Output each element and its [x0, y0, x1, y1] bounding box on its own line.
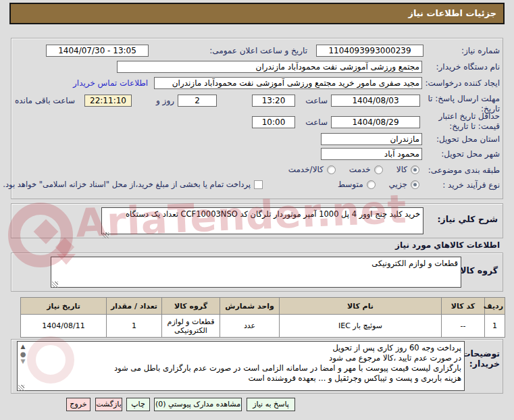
remaining-time-input[interactable]: [84, 95, 132, 107]
remaining-label: ساعت باقی مانده: [15, 96, 75, 105]
price-validity-label: حداقل تاریخ اعتبار قیمت: تا تاریخ:: [424, 111, 500, 132]
validity-date-input[interactable]: [331, 116, 420, 128]
col-item-code: کد کالا: [442, 298, 485, 315]
need-number-label: شماره نیاز:: [461, 46, 500, 55]
resize-grip-icon[interactable]: [52, 282, 58, 288]
cell-unit: عدد: [220, 315, 280, 338]
subject-class-label: طبقه بندی موضوعی:: [428, 165, 500, 175]
page-title: جزئیات اطلاعات نیاز: [9, 3, 505, 24]
col-quantity: تعداد / مقدار: [107, 298, 162, 315]
cell-item-code: --: [442, 315, 485, 338]
subject-option-goods[interactable]: کالا: [396, 165, 419, 174]
col-item-group: گروه کالا: [162, 298, 220, 315]
treasury-checkbox-row: پرداخت تمام یا بخشی از مبلغ خرید،از محل …: [3, 180, 263, 189]
cell-quantity: 1: [107, 315, 162, 338]
subject-option-goods-service[interactable]: کالا/خدمت: [288, 165, 336, 174]
buyer-note-line: هزینه باربری و پست و تیباکس وجرثقیل و ..…: [30, 373, 461, 384]
announce-datetime-label: تاریخ و ساعت اعلان عمومی:: [209, 46, 307, 55]
process-type-label: نوع فرآیند خرید :: [442, 180, 500, 190]
request-creator-input[interactable]: [154, 77, 422, 89]
radio-icon[interactable]: [327, 165, 336, 174]
radio-selected-icon[interactable]: [411, 180, 419, 189]
cell-item-group: قطعات و لوازم الکترونیکی: [162, 315, 220, 338]
remaining-days-input[interactable]: [178, 95, 217, 107]
city-label: شهر محل تحویل:: [441, 149, 500, 159]
deadline-time-input[interactable]: [252, 95, 295, 107]
buyer-note-line: در صورت عدم تایید ،کالا مرجوع می شود: [30, 353, 461, 363]
scroll-down-icon[interactable]: ▼: [19, 358, 27, 365]
print-button[interactable]: چاپ: [126, 398, 150, 411]
description-label: شرح کلي نياز:: [438, 214, 498, 224]
description-textarea[interactable]: خرید کلید چنج اوور 4 پل 1000 آمپر موتورد…: [101, 207, 423, 234]
process-option-minor[interactable]: جزيي: [389, 180, 419, 189]
back-button[interactable]: بازگشت: [95, 398, 122, 411]
process-option-medium[interactable]: متوسط: [338, 180, 376, 189]
validity-hour-label: ساعت: [305, 117, 328, 127]
subject-class-options: کالا خدمت کالا/خدمت: [288, 165, 419, 174]
scroll-up-icon[interactable]: ▲: [19, 343, 27, 350]
col-item-name: نام کالا: [280, 298, 442, 315]
goods-group-textarea[interactable]: قطعات و لوازم الکترونیکی: [51, 257, 461, 288]
buyer-note-line: پرداخت وجه 60 روز کاری پس از تحویل: [30, 343, 461, 353]
goods-section-title: اطلاعات کالاهاي مورد نياز: [395, 240, 500, 250]
goods-group-label: گروه کالا:: [457, 265, 498, 275]
deadline-date-input[interactable]: [331, 95, 420, 107]
announce-datetime-input[interactable]: [46, 45, 149, 57]
cell-row-number: 1: [485, 315, 505, 338]
col-need-date: تاریخ نیاز: [21, 298, 107, 315]
need-details-page: جزئیات اطلاعات نیاز شماره نیاز: تاریخ و …: [0, 0, 514, 420]
resize-grip-icon[interactable]: [18, 385, 24, 391]
province-input[interactable]: [321, 133, 422, 145]
exit-button[interactable]: خروج: [66, 398, 91, 411]
buyer-note-line: بارگزاری لیست قیمت پیوست با مهر و امضا د…: [30, 363, 461, 373]
treasury-checkbox-label: پرداخت تمام یا بخشی از مبلغ خرید،از محل …: [3, 180, 251, 189]
deadline-hour-label: ساعت: [305, 96, 328, 105]
cell-item-name: سوئیچ بار IEC: [280, 315, 442, 338]
radio-icon[interactable]: [374, 165, 383, 174]
need-number-input[interactable]: [316, 45, 423, 57]
respond-to-need-button[interactable]: پاسخ به نیاز: [247, 398, 295, 411]
days-and-label: روز و: [156, 96, 174, 105]
process-type-options: جزيي متوسط: [338, 180, 419, 189]
buyer-contact-link[interactable]: اطلاعات تماس خریدار: [73, 78, 148, 88]
items-table: ردیف کد کالا نام کالا واحد شمارش گروه کا…: [20, 297, 505, 338]
request-creator-label: ایجاد کننده درخواست:: [425, 78, 500, 88]
col-row-number: ردیف: [485, 298, 505, 315]
city-input[interactable]: [321, 148, 422, 160]
radio-selected-icon[interactable]: [411, 165, 419, 174]
buyer-notes-textarea[interactable]: پرداخت وجه 60 روز کاری پس از تحویل در صو…: [17, 341, 465, 391]
resize-grip-icon[interactable]: [103, 232, 109, 238]
notes-scrollbar[interactable]: ▲ ● ▼: [19, 343, 27, 365]
treasury-checkbox[interactable]: [254, 180, 263, 189]
table-row: 1 -- سوئیچ بار IEC عدد قطعات و لوازم الک…: [21, 315, 505, 338]
items-table-header-row: ردیف کد کالا نام کالا واحد شمارش گروه کا…: [21, 298, 505, 315]
buyer-org-input[interactable]: [117, 61, 422, 73]
radio-icon[interactable]: [367, 180, 376, 189]
view-attachments-button[interactable]: مشاهده مدارک پیوستي (0): [154, 398, 242, 411]
scroll-thumb-icon[interactable]: ●: [19, 350, 27, 358]
validity-time-input[interactable]: [252, 116, 295, 128]
cell-need-date: 1404/08/11: [21, 315, 107, 338]
province-label: استان محل تحویل:: [436, 134, 500, 144]
buyer-org-label: نام دستگاه خریدار:: [436, 62, 500, 72]
subject-option-service[interactable]: خدمت: [349, 165, 383, 174]
col-unit: واحد شمارش: [220, 298, 280, 315]
